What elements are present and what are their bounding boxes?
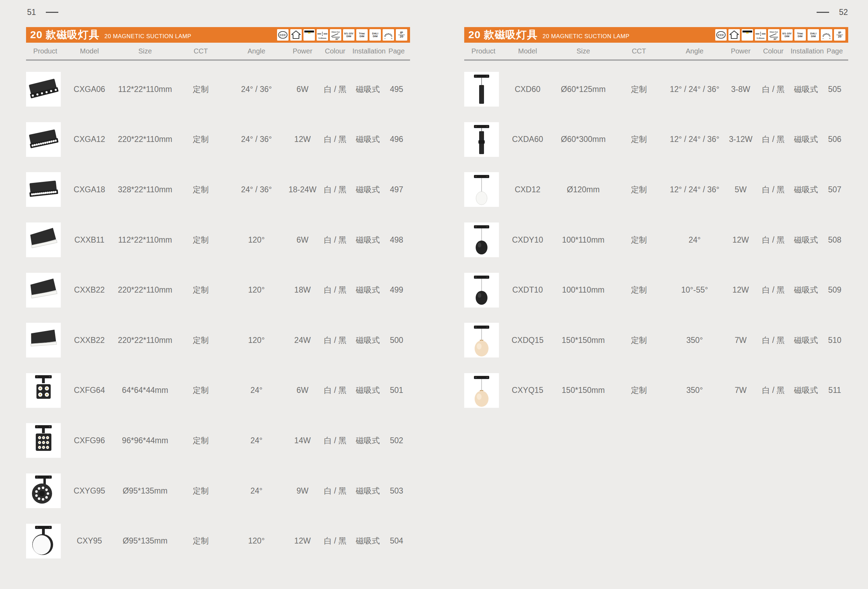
cell-model: CXGA06 [65,85,115,94]
cell-installation: 磁吸式 [791,84,821,95]
cell-model: CXDA60 [503,135,553,144]
product-cell [26,72,65,106]
section-title-en: 20 MAGNETIC SUCTION LAMP [543,33,629,40]
corner-dash-right [816,12,829,13]
cell-cct: 定制 [176,536,226,546]
product-image [26,172,61,207]
product-image [464,122,499,157]
ip20-icon: IP20 [396,29,407,41]
table-row: CXY95Ø95*135mm定制120°12W白 / 黑磁吸式504 [26,516,410,566]
product-image [26,273,61,308]
table-row: CXXB11112*22*110mm定制120°6W白 / 黑磁吸式498 [26,215,410,265]
product-cell [26,273,65,308]
col-installation: Installation [791,47,821,55]
cell-page: 509 [821,285,848,294]
cell-installation: 磁吸式 [353,385,383,396]
cell-cct: 定制 [614,284,664,295]
header-divider [464,59,848,61]
cell-size: Ø95*135mm [114,486,176,496]
svg-text:−: − [822,37,824,40]
cell-power: 12W [287,536,318,546]
cell-angle: 350° [664,336,725,345]
product-image [26,222,61,257]
product-cell [464,273,503,308]
table-rows: CXD60Ø60*125mm定制12° / 24° / 36°3-8W白 / 黑… [464,64,848,415]
cell-size: 112*22*110mm [114,85,176,94]
col-page: Page [383,47,410,55]
cell-colour: 白 / 黑 [318,134,353,145]
section-header-bar: 20 款磁吸灯具 20 MAGNETIC SUCTION LAMP CCC5-2… [464,27,848,43]
table-row: CXXB22220*22*110mm定制120°24W白 / 黑磁吸式500 [26,315,410,365]
cell-cct: 定制 [176,134,226,145]
cell-angle: 12° / 24° / 36° [664,185,725,194]
svg-text:−: − [384,37,386,40]
cell-page: 511 [821,386,848,395]
cell-power: 9W [287,486,318,496]
cell-angle: 10°-55° [664,285,725,294]
cell-power: 3-12W [725,135,756,144]
cell-power: 7W [725,336,756,345]
cell-power: 12W [287,135,318,144]
ccc-certification-icon: CCC [715,29,727,41]
product-image [464,373,499,408]
page-number-left: 51 [27,7,58,17]
table-row: CXGA06112*22*110mm定制24° / 36°6W白 / 黑磁吸式4… [26,64,410,115]
cell-installation: 磁吸式 [791,385,821,396]
page-number-right: 52 [816,7,848,17]
product-cell [26,524,65,558]
catalog-spread: 51 52 20 款磁吸灯具 20 MAGNETIC SUCTION LAMP … [0,0,868,589]
product-image [26,524,61,558]
table-row: CXD12Ø120mm定制12° / 24° / 36°5W白 / 黑磁吸式50… [464,165,848,215]
col-cct: CCT [614,47,664,55]
cell-cct: 定制 [176,84,226,95]
cell-size: 96*96*44mm [114,436,176,445]
triac-dim-icon: TriacDIM [356,29,368,41]
product-cell [464,172,503,207]
table-row: CXDY10100*110mm定制24°12W白 / 黑磁吸式508 [464,215,848,265]
col-product: Product [26,47,65,55]
table-row: CXDQ15150*150mm定制350°7W白 / 黑磁吸式510 [464,315,848,365]
cell-colour: 白 / 黑 [756,284,791,295]
cell-colour: 白 / 黑 [318,385,353,396]
cell-model: CXYG95 [65,486,115,496]
section-title-zh: 20 款磁吸灯具 [468,28,538,42]
cell-power: 5W [725,185,756,194]
col-power: Power [287,47,318,55]
cell-page: 504 [383,536,410,546]
dim-0-1-10v-icon: 0/1-10VDIM [781,29,793,41]
cell-model: CXXB22 [65,285,115,294]
cell-model: CXXB22 [65,336,115,345]
cell-installation: 磁吸式 [353,335,383,346]
cell-colour: 白 / 黑 [318,235,353,245]
cell-cct: 定制 [176,385,226,396]
table-row: CXXB22220*22*110mm定制120°18W白 / 黑磁吸式499 [26,265,410,315]
cell-cct: 定制 [614,335,664,346]
ccc-certification-icon: CCC [277,29,288,41]
cell-colour: 白 / 黑 [318,435,353,446]
cell-angle: 24° / 36° [226,185,287,194]
cell-page: 496 [383,135,410,144]
corner-dash-left [46,12,58,13]
product-image [464,172,499,207]
cell-model: CXDY10 [503,235,553,245]
section-header-bar: 20 款磁吸灯具 20 MAGNETIC SUCTION LAMP CCC5-2… [26,27,410,43]
table-row: CXDA60Ø60*300mm定制12° / 24° / 36°3-12W白 /… [464,115,848,165]
cell-angle: 350° [664,386,725,395]
page-number-right-value: 52 [839,7,848,17]
cell-installation: 磁吸式 [353,235,383,245]
col-product: Product [464,47,503,55]
cell-size: Ø120mm [552,185,614,194]
svg-text:30°: 30° [774,38,777,40]
cell-power: 7W [725,386,756,395]
product-image [464,323,499,358]
col-installation: Installation [353,47,383,55]
cell-size: 64*64*44mm [114,386,176,395]
indoor-use-icon [728,29,740,41]
ceiling-mounted-icon [742,29,753,41]
product-image [464,222,499,257]
cell-page: 503 [383,486,410,496]
cell-angle: 24° / 36° [226,85,287,94]
installation-gap-icon: 5-20mm [317,29,328,41]
table-column-headers: Product Model Size CCT Angle Power Colou… [464,43,848,59]
cell-angle: 120° [226,285,287,294]
